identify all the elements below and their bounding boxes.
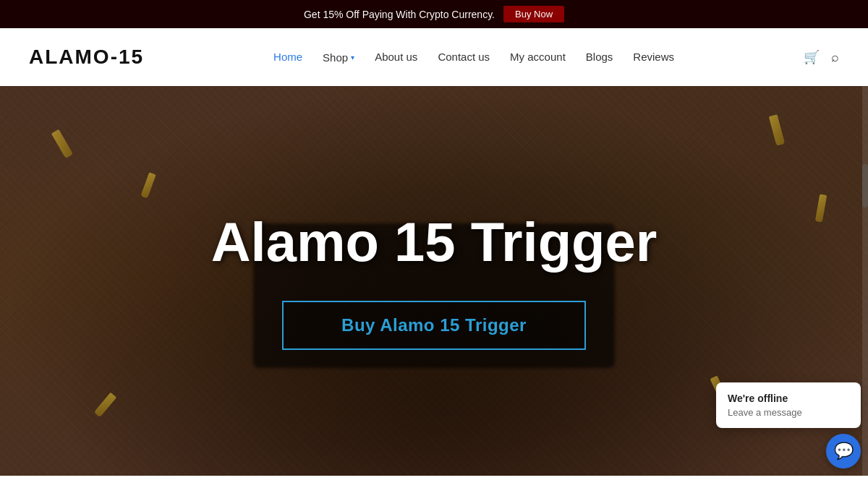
cart-icon: 🛒 xyxy=(804,50,820,64)
nav-item-myaccount[interactable]: My account xyxy=(510,51,566,64)
nav-menu: Home Shop ▾ About us Contact us My accou… xyxy=(273,51,674,64)
site-logo[interactable]: ALAMO-15 xyxy=(29,46,144,69)
hero-cta-button[interactable]: Buy Alamo 15 Trigger xyxy=(282,301,586,350)
buy-now-button[interactable]: Buy Now xyxy=(503,6,564,22)
hero-content: Alamo 15 Trigger Buy Alamo 15 Trigger xyxy=(197,197,672,365)
nav-item-home[interactable]: Home xyxy=(273,51,302,64)
nav-item-shop[interactable]: Shop ▾ xyxy=(323,51,354,64)
chat-status: We're offline xyxy=(728,393,849,404)
chevron-down-icon: ▾ xyxy=(351,53,354,61)
nav-link-shop[interactable]: Shop ▾ xyxy=(323,51,354,64)
nav-link-myaccount[interactable]: My account xyxy=(510,51,566,63)
hero-section: Alamo 15 Trigger Buy Alamo 15 Trigger We… xyxy=(0,86,868,476)
chat-open-button[interactable]: 💬 xyxy=(826,434,861,468)
nav-item-blogs[interactable]: Blogs xyxy=(586,51,613,64)
nav-item-about[interactable]: About us xyxy=(375,51,417,64)
nav-link-contact[interactable]: Contact us xyxy=(438,51,490,63)
cart-button[interactable]: 🛒 xyxy=(804,49,820,65)
hero-title: Alamo 15 Trigger xyxy=(211,212,658,273)
nav-item-reviews[interactable]: Reviews xyxy=(633,51,674,64)
top-banner: Get 15% Off Paying With Crypto Currency.… xyxy=(0,0,868,28)
nav-item-contact[interactable]: Contact us xyxy=(438,51,490,64)
chat-popup: We're offline Leave a message xyxy=(716,382,861,428)
navbar-icons: 🛒 ⌕ xyxy=(804,49,839,65)
nav-link-reviews[interactable]: Reviews xyxy=(633,51,674,63)
nav-link-home[interactable]: Home xyxy=(273,51,302,63)
banner-text: Get 15% Off Paying With Crypto Currency. xyxy=(304,9,495,20)
search-icon: ⌕ xyxy=(831,50,839,64)
search-button[interactable]: ⌕ xyxy=(831,50,839,65)
scrollbar-thumb[interactable] xyxy=(862,164,868,207)
nav-link-about[interactable]: About us xyxy=(375,51,417,63)
chat-icon: 💬 xyxy=(834,442,854,461)
nav-link-blogs[interactable]: Blogs xyxy=(586,51,613,63)
scrollbar-track xyxy=(862,86,868,476)
chat-widget: We're offline Leave a message 💬 xyxy=(716,382,861,468)
navbar: ALAMO-15 Home Shop ▾ About us Contact us… xyxy=(0,28,868,86)
chat-subtitle: Leave a message xyxy=(728,407,849,418)
